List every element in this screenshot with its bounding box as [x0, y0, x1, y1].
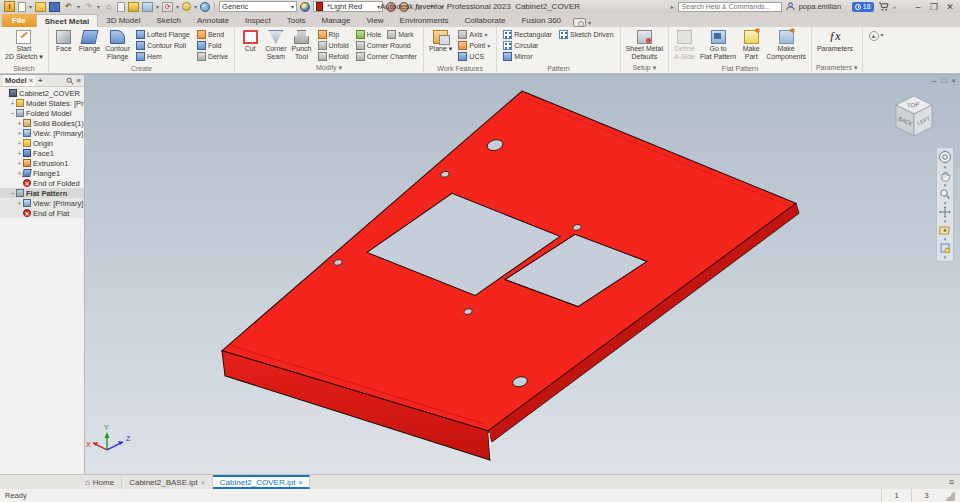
close-icon[interactable]: ×: [29, 76, 33, 85]
undo-icon[interactable]: ↶: [63, 2, 74, 12]
cart-icon[interactable]: [878, 2, 889, 11]
tree-node-model-states-primary-[interactable]: +Model States: [Primary]: [0, 98, 84, 108]
tree-node-view-primary-[interactable]: +View: [Primary]: [0, 128, 84, 138]
tree-node-folded-model[interactable]: −Folded Model: [0, 108, 84, 118]
mark-button[interactable]: Mark: [384, 29, 417, 40]
help-search-input[interactable]: [678, 2, 782, 12]
tree-node-flat-pattern[interactable]: −Flat Pattern: [0, 188, 84, 198]
tree-expander-icon[interactable]: +: [16, 160, 23, 167]
username[interactable]: popa.emilian: [799, 2, 842, 11]
lofted-flange-button[interactable]: Lofted Flange: [133, 29, 193, 40]
browser-tab-model[interactable]: Model×: [3, 75, 35, 86]
notification-badge[interactable]: 18: [852, 2, 874, 12]
plane-button[interactable]: Plane ▾: [427, 29, 454, 54]
tree-node-cabinet2-cover[interactable]: Cabinet2_COVER: [0, 88, 84, 98]
doc-close-button[interactable]: ×: [951, 76, 956, 85]
home-icon[interactable]: ⌂: [103, 2, 114, 12]
appearance-sphere-icon[interactable]: [300, 2, 310, 12]
tab-file[interactable]: File: [2, 14, 36, 27]
tree-expander-icon[interactable]: −: [9, 110, 16, 117]
material-dropdown[interactable]: Generic ▾: [219, 1, 297, 12]
ribbon-collapse-icon[interactable]: ▴: [869, 31, 879, 41]
new-file-icon[interactable]: [18, 2, 26, 12]
derive-button[interactable]: Derive: [194, 51, 231, 62]
tab-sheet-metal[interactable]: Sheet Metal: [36, 14, 98, 27]
panel-label-parameters[interactable]: Parameters ▾: [812, 64, 862, 73]
rectangular-button[interactable]: Rectangular: [500, 29, 555, 40]
chevron-down-icon[interactable]: ▾: [881, 31, 884, 38]
tab-list-menu-icon[interactable]: ≡: [949, 475, 954, 489]
flange-button[interactable]: Flange: [77, 29, 102, 54]
mirror-button[interactable]: Mirror: [500, 51, 535, 62]
cut-button[interactable]: Cut: [238, 29, 262, 54]
save-icon[interactable]: [49, 2, 60, 12]
view-face-icon[interactable]: [939, 242, 951, 254]
tab-collaborate[interactable]: Collaborate: [457, 14, 514, 27]
tree-expander-icon[interactable]: +: [16, 200, 23, 207]
menu-icon[interactable]: ≡: [77, 76, 81, 85]
tree-node-face1[interactable]: +Face1: [0, 148, 84, 158]
doc-tab-cabinet2-base-ipt[interactable]: Cabinet2_BASE.ipt×: [122, 475, 213, 489]
unfold-button[interactable]: Unfold: [315, 40, 352, 51]
search-icon[interactable]: [66, 77, 74, 85]
camera-icon[interactable]: [573, 18, 586, 27]
circular-button[interactable]: Circular: [500, 40, 541, 51]
tab-fusion-360[interactable]: Fusion 360: [513, 14, 569, 27]
tab-sketch[interactable]: Sketch: [149, 14, 189, 27]
sheet-metal-part[interactable]: X Y Z: [85, 75, 960, 474]
tree-node-end-of-folded[interactable]: ✕End of Folded: [0, 178, 84, 188]
refold-button[interactable]: Refold: [315, 51, 352, 62]
doc-tab-cabinet2-cover-ipt[interactable]: Cabinet2_COVER.ipt×: [213, 475, 311, 489]
navigation-wheel-icon[interactable]: [938, 150, 952, 164]
select-icon[interactable]: [182, 2, 191, 11]
panel-label-setup[interactable]: Setup ▾: [621, 64, 668, 73]
tree-expander-icon[interactable]: +: [16, 150, 23, 157]
corner-chamfer-button[interactable]: Corner Chamfer: [353, 51, 420, 62]
tree-expander-icon[interactable]: +: [16, 120, 23, 127]
redo-dropdown-icon[interactable]: ▾: [97, 3, 100, 10]
update-icon[interactable]: ⟳: [162, 2, 173, 12]
close-icon[interactable]: ×: [298, 479, 302, 486]
image-icon[interactable]: [142, 2, 153, 12]
undo-dropdown-icon[interactable]: ▾: [77, 3, 80, 10]
tree-expander-icon[interactable]: +: [16, 140, 23, 147]
maximize-button[interactable]: ❐: [928, 2, 940, 12]
view-cube[interactable]: TOP BACK LEFT: [886, 87, 942, 143]
make-part-button[interactable]: Make Part: [739, 29, 763, 61]
tab-environments[interactable]: Environments: [392, 14, 457, 27]
new-file-dropdown-icon[interactable]: ▾: [29, 3, 32, 10]
start-2d-sketch-button[interactable]: Start 2D Sketch ▾: [3, 29, 45, 61]
tab-inspect[interactable]: Inspect: [237, 14, 279, 27]
sheet-metal-defaults-button[interactable]: Sheet Metal Defaults: [624, 29, 665, 61]
contour-flange-button[interactable]: Contour Flange: [103, 29, 132, 61]
parameters-button[interactable]: ƒxParameters: [815, 29, 855, 54]
go-to-flat-pattern-button[interactable]: Go to Flat Pattern: [698, 29, 738, 61]
tree-node-flange1[interactable]: +Flange1: [0, 168, 84, 178]
corner-seam-button[interactable]: Corner Seam: [263, 29, 288, 61]
tree-node-extrusion1[interactable]: +Extrusion1: [0, 158, 84, 168]
contour-roll-button[interactable]: Contour Roll: [133, 40, 189, 51]
iproperties-icon[interactable]: [117, 2, 125, 12]
select-dropdown-icon[interactable]: ▾: [194, 3, 197, 10]
look-at-icon[interactable]: [939, 224, 951, 236]
open-icon[interactable]: [35, 2, 46, 12]
chevron-down-icon[interactable]: ▾: [588, 19, 591, 26]
tree-node-view-primary-[interactable]: +View: [Primary]: [0, 198, 84, 208]
close-button[interactable]: ✕: [944, 2, 956, 12]
point-button[interactable]: Point▾: [455, 40, 493, 51]
panel-label-modify[interactable]: Modify ▾: [235, 64, 423, 73]
fold-button[interactable]: Fold: [194, 40, 225, 51]
tab-view[interactable]: View: [358, 14, 391, 27]
resize-grip[interactable]: [945, 491, 955, 501]
appearance-dropdown[interactable]: *Light Red ▾: [313, 1, 383, 12]
tab-home[interactable]: ⌂ Home: [78, 475, 122, 489]
image-dropdown-icon[interactable]: ▾: [156, 3, 159, 10]
tree-expander-icon[interactable]: +: [9, 100, 16, 107]
tree-node-solid-bodies-1-[interactable]: +Solid Bodies(1): [0, 118, 84, 128]
search-collapse-icon[interactable]: ▸: [671, 3, 674, 10]
hole-button[interactable]: Hole: [353, 29, 384, 40]
pan-icon[interactable]: [939, 170, 951, 182]
overflow-chevrons-icon[interactable]: »: [893, 4, 896, 10]
tree-node-end-of-flat[interactable]: ✕End of Flat: [0, 208, 84, 218]
minimize-button[interactable]: –: [912, 2, 924, 12]
